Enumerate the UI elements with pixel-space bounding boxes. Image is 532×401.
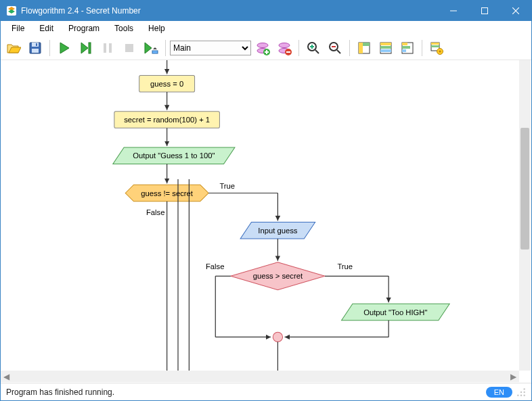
scroll-right-icon[interactable]: ▶ xyxy=(508,371,519,382)
svg-point-68 xyxy=(520,394,522,396)
toolbar: Main xyxy=(1,36,531,60)
svg-rect-7 xyxy=(32,49,39,53)
window-title: Flowgorithm 2.4 - Secret Number xyxy=(21,6,438,16)
close-button[interactable] xyxy=(500,1,531,21)
svg-rect-12 xyxy=(125,44,133,52)
app-window: Flowgorithm 2.4 - Secret Number File Edi… xyxy=(0,0,532,401)
menu-file[interactable]: File xyxy=(5,22,31,34)
svg-rect-2 xyxy=(482,8,488,14)
app-icon xyxy=(6,5,17,16)
remove-function-button[interactable] xyxy=(274,38,294,58)
svg-rect-8 xyxy=(36,43,37,46)
horizontal-scrollbar[interactable]: ◀ ▶ xyxy=(1,371,519,382)
settings-button[interactable] xyxy=(426,38,447,58)
svg-rect-38 xyxy=(402,43,407,45)
svg-rect-13 xyxy=(152,51,158,53)
flowchart-canvas[interactable]: guess = 0 secret = random(100) + 1 Outpu… xyxy=(1,60,531,379)
svg-rect-43 xyxy=(431,45,439,47)
svg-rect-31 xyxy=(359,43,363,53)
maximize-button[interactable] xyxy=(469,1,500,21)
while-false-label: False xyxy=(146,208,165,216)
zoom-in-button[interactable] xyxy=(303,38,324,58)
svg-rect-40 xyxy=(402,49,406,52)
svg-point-67 xyxy=(517,394,518,396)
status-message: Program has finished running. xyxy=(6,387,114,397)
svg-rect-36 xyxy=(380,49,391,52)
run-speed-button[interactable] xyxy=(141,38,161,58)
menu-program[interactable]: Program xyxy=(62,22,106,34)
svg-rect-11 xyxy=(109,43,112,53)
svg-point-66 xyxy=(524,391,525,392)
titlebar: Flowgorithm 2.4 - Secret Number xyxy=(1,1,531,21)
run-button[interactable] xyxy=(54,38,74,58)
menu-tools[interactable]: Tools xyxy=(108,22,140,34)
if-false-label: False xyxy=(206,262,225,270)
stop-button[interactable] xyxy=(119,38,139,58)
language-badge[interactable]: EN xyxy=(486,387,512,398)
svg-rect-9 xyxy=(89,43,91,53)
layout-3-button[interactable] xyxy=(397,38,418,58)
svg-point-14 xyxy=(257,43,268,47)
node-if-label: guess > secret xyxy=(253,272,303,280)
zoom-out-button[interactable] xyxy=(325,38,345,58)
node-while-label: guess != secret xyxy=(141,189,193,197)
svg-point-69 xyxy=(524,394,525,396)
node-connector[interactable] xyxy=(273,332,282,341)
svg-point-19 xyxy=(279,43,290,47)
svg-rect-42 xyxy=(431,43,439,45)
vertical-scrollbar[interactable] xyxy=(519,60,531,371)
svg-rect-39 xyxy=(402,46,410,49)
svg-line-28 xyxy=(337,50,340,53)
node-output-2-label: Output "Too HIGH" xyxy=(363,308,427,316)
step-button[interactable] xyxy=(76,38,96,58)
open-button[interactable] xyxy=(3,38,24,58)
statusbar: Program has finished running. EN xyxy=(1,383,531,400)
scroll-left-icon[interactable]: ◀ xyxy=(1,371,12,382)
minimize-button[interactable] xyxy=(438,1,469,21)
svg-rect-34 xyxy=(380,43,391,45)
resize-grip-icon[interactable] xyxy=(516,387,526,397)
menubar: File Edit Program Tools Help xyxy=(1,21,531,36)
menu-help[interactable]: Help xyxy=(141,22,172,34)
svg-rect-6 xyxy=(32,43,39,47)
scrollbar-thumb[interactable] xyxy=(520,128,529,250)
node-assign-1-label: guess = 0 xyxy=(150,80,183,88)
pause-button[interactable] xyxy=(97,38,118,58)
node-assign-2-label: secret = random(100) + 1 xyxy=(124,116,210,124)
svg-point-65 xyxy=(520,391,522,392)
layout-1-button[interactable] xyxy=(354,38,374,58)
svg-rect-10 xyxy=(104,43,106,53)
svg-point-45 xyxy=(439,50,441,52)
add-function-button[interactable] xyxy=(252,38,273,58)
menu-edit[interactable]: Edit xyxy=(32,22,60,34)
while-true-label: True xyxy=(219,182,235,190)
save-button[interactable] xyxy=(25,38,45,58)
svg-rect-32 xyxy=(363,43,370,46)
if-true-label: True xyxy=(337,262,353,270)
svg-rect-35 xyxy=(380,46,391,49)
node-input-label: Input guess xyxy=(258,227,298,235)
function-select[interactable]: Main xyxy=(170,41,251,55)
workspace: guess = 0 secret = random(100) + 1 Outpu… xyxy=(1,60,531,383)
node-output-1-label: Output "Guess 1 to 100" xyxy=(133,151,215,160)
svg-point-64 xyxy=(524,388,525,390)
svg-line-24 xyxy=(315,50,319,53)
layout-2-button[interactable] xyxy=(376,38,396,58)
